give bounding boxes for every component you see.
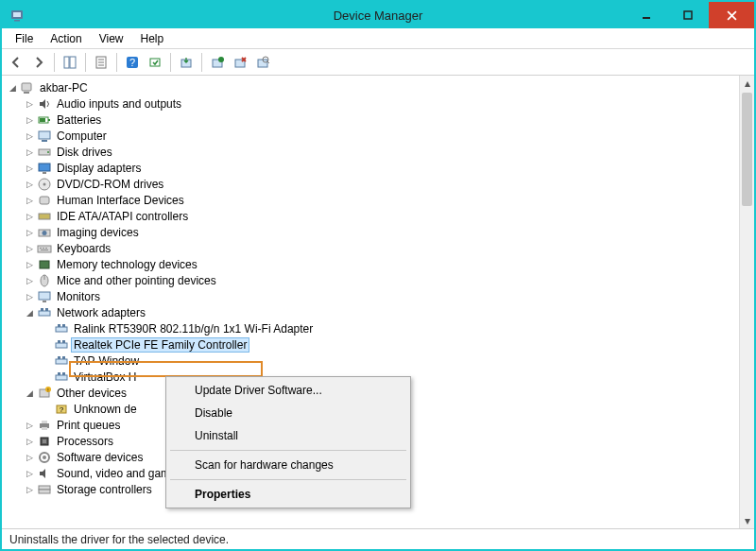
toolbar-separator — [170, 53, 171, 72]
tree-node[interactable]: ▷Memory technology devices — [6, 256, 739, 272]
expand-icon[interactable]: ▷ — [23, 435, 36, 448]
scan-hardware-button[interactable] — [252, 52, 273, 73]
tree-node[interactable]: TAP-Window — [6, 353, 739, 369]
svg-text:?: ? — [60, 405, 64, 413]
node-label: Unknown de — [72, 403, 139, 416]
expand-icon[interactable]: ▷ — [23, 290, 36, 303]
ctx-scan[interactable]: Scan for hardware changes — [168, 454, 408, 476]
collapse-icon[interactable]: ◢ — [23, 387, 36, 400]
expand-icon[interactable]: ▷ — [23, 226, 36, 239]
uninstall-button[interactable] — [230, 52, 250, 73]
ctx-separator — [170, 450, 406, 451]
collapse-icon[interactable]: ◢ — [23, 306, 36, 319]
computer-icon — [37, 129, 52, 144]
svg-rect-27 — [42, 140, 47, 142]
expand-icon[interactable]: ▷ — [23, 210, 36, 223]
svg-rect-57 — [56, 359, 67, 364]
node-label: Disk drives — [55, 146, 114, 159]
ctx-separator — [170, 479, 406, 480]
svg-rect-25 — [40, 118, 45, 122]
tree-node[interactable]: ▷DVD/CD-ROM drives — [6, 176, 739, 192]
tree-node[interactable]: ▷Imaging devices — [6, 224, 739, 240]
tree-node[interactable]: ▷Keyboards — [6, 240, 739, 256]
expand-icon[interactable]: ▷ — [23, 467, 36, 480]
ctx-uninstall[interactable]: Uninstall — [168, 424, 408, 447]
maximize-button[interactable] — [667, 2, 709, 28]
expand-icon[interactable]: ▷ — [23, 113, 36, 127]
show-hide-tree-button[interactable] — [60, 52, 80, 73]
tree-node[interactable]: Ralink RT5390R 802.11b/g/n 1x1 Wi-Fi Ada… — [6, 320, 739, 336]
selected-device[interactable]: Realtek PCIe FE Family Controller — [6, 336, 739, 353]
menu-view[interactable]: View — [92, 30, 131, 47]
forward-button[interactable] — [28, 52, 49, 73]
tree-node[interactable]: ▷Disk drives — [6, 144, 739, 160]
expand-icon[interactable]: ▷ — [23, 129, 36, 143]
svg-rect-1 — [13, 12, 21, 17]
svg-rect-60 — [56, 375, 67, 380]
expand-icon[interactable]: ▷ — [23, 274, 36, 287]
tree-node[interactable]: ▷Audio inputs and outputs — [6, 95, 739, 112]
expand-icon[interactable]: ▷ — [23, 483, 36, 496]
node-label: akbar-PC — [38, 81, 90, 95]
expander-blank — [40, 322, 53, 336]
svg-point-29 — [47, 151, 49, 153]
net-icon — [54, 321, 69, 336]
expand-icon[interactable]: ▷ — [23, 146, 36, 159]
svg-rect-31 — [43, 172, 46, 174]
expand-icon[interactable]: ▷ — [23, 258, 36, 271]
keyboard-icon — [37, 241, 52, 256]
node-label: DVD/CD-ROM drives — [55, 178, 165, 191]
back-button[interactable] — [6, 52, 26, 73]
monitor-icon — [37, 289, 52, 304]
vertical-scrollbar[interactable]: ▴ ▾ — [739, 76, 754, 528]
tree-node[interactable]: ▷Display adapters — [6, 160, 739, 176]
svg-rect-4 — [684, 11, 692, 19]
expand-icon[interactable]: ▷ — [23, 178, 36, 191]
collapse-icon[interactable]: ◢ — [6, 81, 19, 95]
expand-icon[interactable]: ▷ — [23, 242, 36, 255]
tree-node[interactable]: ▷Batteries — [6, 112, 739, 128]
menu-action[interactable]: Action — [43, 30, 89, 47]
tree-node[interactable]: ▷IDE ATA/ATAPI controllers — [6, 208, 739, 224]
close-button[interactable] — [709, 2, 754, 28]
svg-rect-24 — [48, 119, 50, 121]
expand-icon[interactable]: ▷ — [23, 419, 36, 432]
expand-icon[interactable]: ▷ — [23, 194, 36, 207]
svg-rect-26 — [39, 131, 50, 139]
menu-file[interactable]: File — [8, 30, 41, 47]
expand-icon[interactable]: ▷ — [23, 97, 36, 111]
node-label: Realtek PCIe FE Family Controller — [72, 338, 249, 352]
device-manager-window: Device Manager File Action View Help ? — [0, 0, 756, 551]
properties-button[interactable] — [91, 52, 112, 73]
scroll-thumb[interactable] — [742, 93, 752, 206]
ctx-update-driver[interactable]: Update Driver Software... — [168, 379, 408, 402]
expand-icon[interactable]: ▷ — [23, 162, 36, 175]
scan-button[interactable] — [145, 52, 165, 73]
tree-node[interactable]: ▷Monitors — [6, 288, 739, 304]
display-icon — [37, 161, 52, 176]
svg-rect-34 — [40, 197, 49, 204]
enable-button[interactable] — [207, 52, 228, 73]
tree-root[interactable]: ◢akbar-PC — [6, 79, 739, 95]
scroll-up-icon[interactable]: ▴ — [740, 76, 754, 91]
help-button[interactable]: ? — [122, 52, 143, 73]
tree-node[interactable]: ▷Computer — [6, 128, 739, 144]
scroll-down-icon[interactable]: ▾ — [740, 513, 754, 528]
menu-help[interactable]: Help — [133, 30, 172, 47]
unknown-icon: ? — [54, 402, 69, 417]
toolbar-separator — [54, 53, 55, 72]
update-driver-button[interactable] — [176, 52, 197, 73]
expand-icon[interactable]: ▷ — [23, 451, 36, 464]
expander-blank — [40, 403, 53, 416]
svg-rect-22 — [24, 92, 29, 94]
tree-network[interactable]: ◢Network adapters — [6, 304, 739, 320]
tree-node[interactable]: ▷Mice and other pointing devices — [6, 272, 739, 288]
ctx-properties[interactable]: Properties — [168, 483, 408, 506]
print-icon — [37, 418, 52, 433]
minimize-button[interactable] — [626, 2, 667, 28]
net-icon — [54, 337, 69, 353]
svg-rect-72 — [43, 439, 46, 443]
ctx-disable[interactable]: Disable — [168, 402, 408, 424]
tree-node[interactable]: ▷Human Interface Devices — [6, 192, 739, 208]
storage-icon — [37, 482, 52, 497]
